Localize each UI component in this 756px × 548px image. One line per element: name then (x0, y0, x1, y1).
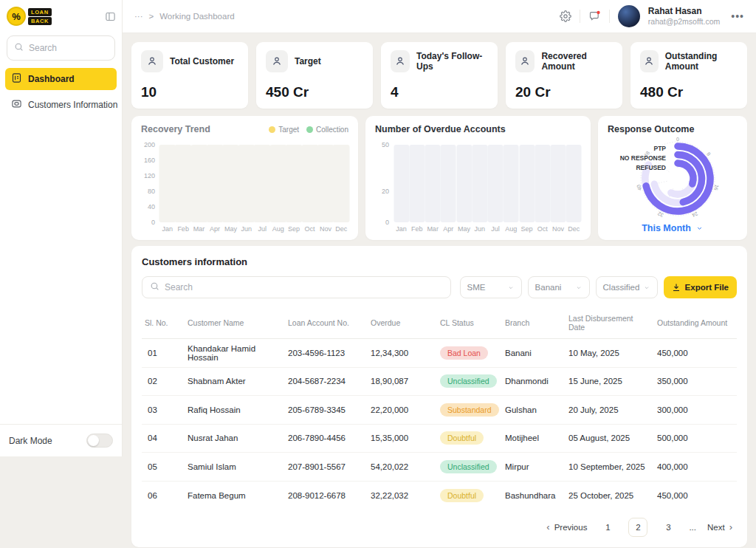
sidebar: % LOAN BACK DashboardCustomers Informati… (0, 0, 123, 456)
logo-row: % LOAN BACK (0, 0, 122, 30)
user-name: Rahat Hasan (648, 6, 720, 17)
stat-value: 4 (391, 84, 488, 100)
cell: 04 (142, 424, 185, 453)
user-more-menu[interactable]: ••• (731, 10, 744, 22)
cell: 10 September, 2025 (566, 453, 654, 482)
table-row[interactable]: 06Fatema Begum208-9012-667832,22,032Doub… (142, 481, 737, 510)
customers-section-title: Customers information (142, 256, 737, 267)
cell: 06 (142, 481, 185, 510)
dark-mode-row: Dark Mode (0, 424, 122, 456)
chevron-down-icon (575, 285, 583, 290)
table-row[interactable]: 02Shabnam Akter204-5687-223418,90,087Unc… (142, 367, 737, 396)
cell: Bad Loan (437, 339, 502, 368)
recovery-trend-legend: TargetCollection (269, 126, 348, 134)
sidebar-item-customers-information[interactable]: Customers Information (5, 94, 117, 116)
dark-mode-toggle[interactable] (86, 434, 113, 448)
cell: 54,20,022 (368, 453, 437, 482)
breadcrumb-dots[interactable]: ··· (134, 12, 143, 21)
column-header[interactable]: Outstanding Amount (654, 307, 737, 339)
sidebar-item-dashboard[interactable]: Dashboard (5, 68, 117, 90)
x-axis-label: Jul (488, 225, 504, 234)
x-axis-label: Jul (255, 225, 270, 234)
status-badge: Unclassified (440, 460, 497, 473)
column-header[interactable]: Sl. No. (142, 307, 185, 339)
svg-text:PTP: PTP (653, 145, 666, 152)
collapse-sidebar-icon[interactable] (105, 11, 116, 22)
column-header[interactable]: Overdue (368, 307, 437, 339)
cell: 207-8901-5567 (285, 453, 368, 482)
response-outcome-chart: 081624324048PTPNO RESPONSEREFUSED (598, 138, 747, 219)
cell: Doubtful (437, 424, 502, 453)
x-axis-label: Jun (238, 225, 254, 234)
recovery-trend-card: Recovery Trend TargetCollection 04080120… (131, 116, 358, 240)
y-axis-tick: 50 (373, 141, 389, 148)
response-outcome-card: Response Outcome 081624324048PTPNO RESPO… (598, 116, 747, 240)
chevron-down-icon (643, 285, 650, 290)
page-number-1[interactable]: 1 (598, 518, 617, 537)
main-content: Total Customer10Target450 CrToday's Foll… (123, 33, 756, 548)
cell: 18,90,087 (368, 367, 437, 396)
person-icon (141, 50, 163, 72)
cell: Motijheel (502, 424, 566, 453)
table-search-input[interactable] (165, 282, 443, 292)
cell: Shabnam Akter (185, 367, 285, 396)
status-badge: Bad Loan (440, 346, 488, 360)
brand-name-bottom: BACK (28, 17, 52, 25)
stat-value: 480 Cr (640, 84, 738, 100)
x-axis-label: Dec (566, 225, 582, 234)
table-row[interactable]: 04Nusrat Jahan206-7890-445615,35,000Doub… (142, 424, 737, 453)
cell: 15,35,000 (368, 424, 437, 453)
chevron-down-icon (695, 225, 704, 231)
cell: 20 July, 2025 (566, 396, 654, 425)
svg-text:24: 24 (691, 210, 698, 218)
previous-page-button[interactable]: ‹Previous (546, 521, 587, 532)
sidebar-search[interactable] (7, 35, 115, 61)
cell: 15 June, 2025 (566, 367, 654, 396)
export-file-button[interactable]: Export File (664, 276, 737, 298)
notifications-chat-icon[interactable] (588, 10, 601, 22)
cell: Substandard (437, 396, 502, 425)
sidebar-item-label: Dashboard (28, 74, 75, 84)
column-header[interactable]: Last Disbursement Date (566, 307, 654, 339)
table-row[interactable]: 03Rafiq Hossain205-6789-334522,20,000Sub… (142, 396, 737, 425)
x-axis-label: Oct (302, 225, 317, 234)
cell: 204-5687-2234 (285, 367, 368, 396)
stat-card: Today's Follow-Ups4 (381, 42, 498, 109)
next-page-button[interactable]: Next› (707, 521, 732, 532)
column-header[interactable]: Branch (502, 307, 566, 339)
svg-text:40: 40 (636, 184, 642, 191)
y-axis-tick: 20 (373, 188, 389, 195)
svg-text:NO RESPONSE: NO RESPONSE (620, 154, 667, 162)
sidebar-search-input[interactable] (29, 43, 108, 53)
user-avatar[interactable] (618, 5, 640, 27)
stat-label: Outstanding Amount (665, 51, 738, 72)
x-axis-label: Dec (334, 225, 349, 234)
dashboard-icon (11, 72, 22, 86)
page-number-3[interactable]: 3 (659, 518, 678, 537)
stat-card: Recovered Amount20 Cr (506, 42, 622, 109)
this-month-dropdown[interactable]: This Month (598, 223, 747, 233)
settings-gear-icon[interactable] (560, 10, 571, 22)
filter-dropdown-sme[interactable]: SME (460, 276, 522, 298)
table-search[interactable] (142, 276, 451, 298)
cell: 02 (142, 367, 185, 396)
x-axis-label: Feb (175, 225, 190, 234)
column-header[interactable]: CL Status (437, 307, 502, 339)
table-row[interactable]: 01Khandakar Hamid Hossain203-4596-112312… (142, 339, 737, 368)
cell: Fatema Begum (185, 481, 285, 510)
page-number-2[interactable]: 2 (628, 518, 647, 537)
filter-dropdown-banani[interactable]: Banani (528, 276, 590, 298)
filter-dropdown-classified[interactable]: Classified (596, 276, 658, 298)
x-axis-label: Mar (191, 225, 207, 234)
table-row[interactable]: 05Samiul Islam207-8901-556754,20,022Uncl… (142, 453, 737, 482)
cell: Rafiq Hossain (185, 396, 285, 425)
legend-dot (269, 126, 275, 133)
x-axis-label: Jan (159, 225, 175, 234)
cell: 206-7890-4456 (285, 424, 368, 453)
overdue-accounts-chart: 02050JanFebMarAprMayJunJulAugSepOctNovDe… (373, 141, 583, 234)
cell: 25 October, 2025 (566, 481, 654, 510)
y-axis-tick: 80 (139, 188, 155, 195)
column-header[interactable]: Loan Account No. (285, 307, 368, 339)
column-header[interactable]: Customer Name (185, 307, 285, 339)
stat-value: 10 (141, 84, 238, 100)
